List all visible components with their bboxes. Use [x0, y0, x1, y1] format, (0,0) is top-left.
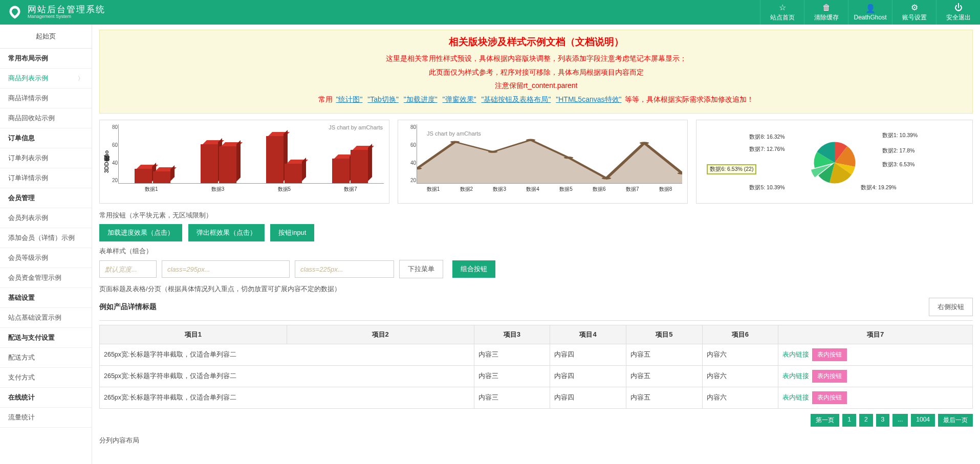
header-item-trash[interactable]: 🗑清除缓存: [804, 0, 848, 25]
table-cell: 内容六: [702, 387, 778, 409]
page-button[interactable]: 1004: [911, 414, 935, 427]
pie-label: 数据1: 10.39%: [882, 132, 918, 139]
table-cell: 内容五: [626, 344, 702, 366]
table-header: 项目1: [100, 325, 287, 344]
pie-label: 数据3: 6.53%: [882, 161, 914, 168]
notice-line1: 这里是相关常用性样式预设，具体根据内容版块调整，列表添加字段注意考虑笔记本屏幕显…: [107, 52, 965, 65]
logo-text: 网站后台管理系统 Management System: [28, 5, 105, 20]
table-header: 项目3: [474, 325, 550, 344]
notice-keyword-link[interactable]: "Tab切换": [367, 95, 399, 103]
app-title-en: Management System: [28, 14, 105, 19]
bar: [266, 136, 284, 183]
app-title-cn: 网站后台管理系统: [28, 5, 105, 15]
nav-item[interactable]: 商品回收站示例: [0, 108, 92, 128]
nav-group-title[interactable]: 在线统计: [0, 388, 92, 408]
notice-banner: 相关版块涉及样式示例文档（文档说明） 这里是相关常用性样式预设，具体根据内容版块…: [99, 30, 973, 114]
nav-item[interactable]: 流量统计: [0, 408, 92, 428]
bar: [135, 169, 152, 184]
nav-item-label: 商品回收站示例: [8, 114, 55, 123]
popup-effect-button[interactable]: 弹出框效果（点击）: [188, 224, 265, 241]
bar: [351, 150, 368, 183]
nav-item[interactable]: 订单详情示例: [0, 168, 92, 188]
input-225px[interactable]: [295, 260, 394, 278]
combo-button[interactable]: 组合按钮: [452, 260, 495, 278]
table-cell: 内容四: [550, 344, 626, 366]
button-row: 加载进度效果（点击） 弹出框效果（点击） 按钮input: [99, 224, 973, 241]
nav-group-title[interactable]: 配送与支付设置: [0, 328, 92, 348]
nav-item[interactable]: 会员资金管理示例: [0, 268, 92, 288]
table-section-label: 页面标题及表格/分页（根据具体情况列入重点，切勿放置可扩展内容不定的数据）: [99, 284, 973, 294]
nav-item-label: 会员资金管理示例: [8, 273, 61, 282]
page-button[interactable]: ...: [892, 414, 908, 427]
header-nav: ☆站点首页🗑清除缓存👤DeathGhost⚙账号设置⏻安全退出: [760, 0, 980, 25]
notice-keyword-link[interactable]: "加载进度": [404, 95, 438, 103]
right-side-button[interactable]: 右侧按钮: [929, 298, 973, 316]
load-progress-button[interactable]: 加载进度效果（点击）: [99, 224, 182, 241]
page-button[interactable]: 2: [859, 414, 873, 427]
table-row: 265px宽:长标题字符串截取，仅适合单列容二内容三内容四内容五内容六表内链接表…: [100, 344, 973, 366]
pie-label: 数据7: 12.76%: [749, 146, 785, 153]
table-row: 265px宽:长标题字符串截取，仅适合单列容二内容三内容四内容五内容六表内链接表…: [100, 366, 973, 387]
header-item-star[interactable]: ☆站点首页: [760, 0, 804, 25]
table-cell: 265px宽:长标题字符串截取，仅适合单列容二: [100, 366, 474, 387]
header-item-label: 站点首页: [770, 13, 795, 22]
table-row-button[interactable]: 表内按钮: [812, 391, 847, 404]
nav-group-title[interactable]: 基础设置: [0, 288, 92, 308]
star-icon: ☆: [779, 3, 786, 12]
table-cell: 内容三: [474, 387, 550, 409]
table-cell: 内容四: [550, 366, 626, 387]
table-header: 项目7: [778, 325, 973, 344]
table-cell: 265px宽:长标题字符串截取，仅适合单列容二: [100, 387, 474, 409]
dropdown-button[interactable]: 下拉菜单: [399, 260, 443, 278]
table-link[interactable]: 表内链接: [782, 372, 809, 380]
nav-item[interactable]: 商品详情示例: [0, 89, 92, 108]
table-link[interactable]: 表内链接: [782, 351, 809, 358]
notice-keyword-link[interactable]: "基础按钮及表格布局": [481, 95, 551, 103]
table-title-bar: 例如产品详情标题 右侧按钮: [99, 298, 973, 321]
input-button[interactable]: 按钮input: [270, 224, 314, 241]
table-cell-actions: 表内链接表内按钮: [778, 366, 973, 387]
table-cell: 内容六: [702, 344, 778, 366]
input-default[interactable]: [99, 260, 157, 278]
nav-item[interactable]: 订单列表示例: [0, 148, 92, 168]
table-header: 项目2: [287, 325, 474, 344]
nav-item[interactable]: 商品列表示例〉: [0, 69, 92, 89]
table-cell: 内容三: [474, 366, 550, 387]
bar-chart: 3D柱状图Demo JS chart by amCharts 80604020 …: [99, 120, 389, 204]
main-content: 相关版块涉及样式示例文档（文档说明） 这里是相关常用性样式预设，具体根据内容版块…: [92, 25, 980, 464]
charts-row: 3D柱状图Demo JS chart by amCharts 80604020 …: [99, 120, 973, 204]
nav-item-label: 会员列表示例: [8, 213, 48, 223]
table-link[interactable]: 表内链接: [782, 394, 809, 401]
form-row: 下拉菜单 组合按钮: [99, 260, 973, 278]
sidebar-start[interactable]: 起始页: [0, 25, 92, 49]
nav-item[interactable]: 配送方式: [0, 348, 92, 368]
header-item-gear[interactable]: ⚙账号设置: [892, 0, 936, 25]
nav-item[interactable]: 会员列表示例: [0, 208, 92, 228]
notice-line3: 注意保留rt_content.parent: [107, 79, 965, 93]
nav-item[interactable]: 会员等级示例: [0, 248, 92, 268]
notice-line2: 此页面仅为样式参考，程序对接可移除，具体布局根据项目内容而定: [107, 65, 965, 79]
page-button[interactable]: 最后一页: [938, 414, 973, 427]
table-row-button[interactable]: 表内按钮: [812, 370, 847, 383]
table-cell-actions: 表内链接表内按钮: [778, 344, 973, 366]
nav-item[interactable]: 添加会员（详情）示例: [0, 228, 92, 248]
notice-keyword-link[interactable]: "弹窗效果": [443, 95, 476, 103]
page-button[interactable]: 1: [842, 414, 856, 427]
bar: [285, 164, 302, 183]
header-item-power[interactable]: ⏻安全退出: [936, 0, 980, 25]
svg-point-4: [564, 157, 574, 159]
header-item-user[interactable]: 👤DeathGhost: [848, 0, 892, 25]
page-button[interactable]: 第一页: [811, 414, 839, 427]
page-button[interactable]: 3: [876, 414, 890, 427]
nav-group-title[interactable]: 会员管理: [0, 188, 92, 208]
table-row-button[interactable]: 表内按钮: [812, 348, 847, 361]
input-295px[interactable]: [162, 260, 290, 278]
notice-keyword-link[interactable]: "HTML5canvas特效": [556, 95, 621, 103]
notice-keyword-link[interactable]: "统计图": [336, 95, 363, 103]
nav-group-title[interactable]: 常用布局示例: [0, 49, 92, 69]
nav-item[interactable]: 站点基础设置示例: [0, 308, 92, 328]
nav-group-title[interactable]: 订单信息: [0, 128, 92, 148]
notice-title: 相关版块涉及样式示例文档（文档说明）: [107, 35, 965, 49]
pie-label: 数据2: 17.8%: [882, 147, 914, 154]
nav-item[interactable]: 支付方式: [0, 368, 92, 388]
